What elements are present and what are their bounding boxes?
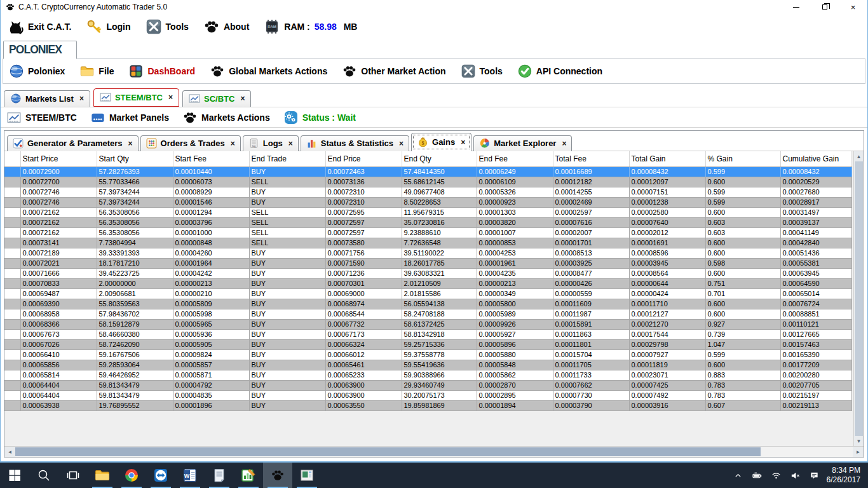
horizontal-scroll-track[interactable] bbox=[15, 447, 853, 457]
table-cell[interactable]: SELL bbox=[249, 207, 325, 217]
table-cell[interactable]: 56.35308056 bbox=[97, 207, 173, 217]
table-cell[interactable]: 0.00072746 bbox=[20, 187, 97, 197]
table-cell[interactable]: BUY bbox=[249, 258, 325, 268]
table-cell[interactable]: 0.00007730 bbox=[553, 390, 629, 400]
table-cell[interactable]: 0.600 bbox=[705, 177, 780, 187]
table-row[interactable]: 0.0007290057.282763930.00010440BUY0.0007… bbox=[4, 166, 852, 177]
table-cell[interactable]: 30.20075173 bbox=[402, 390, 477, 400]
table-row[interactable]: 0.0007216256.353080560.00001294SELL0.000… bbox=[4, 207, 852, 217]
table-row[interactable]: 0.0007216256.353080560.00001000SELL0.000… bbox=[4, 227, 852, 238]
table-cell[interactable]: 58.72462090 bbox=[97, 339, 173, 349]
table-cell[interactable]: 0.00000644 bbox=[629, 278, 705, 288]
table-cell[interactable]: 0.00008477 bbox=[553, 268, 629, 278]
table-cell[interactable]: 0.00064404 bbox=[20, 380, 97, 390]
vertical-scroll-track[interactable] bbox=[854, 161, 864, 436]
table-cell[interactable]: BUY bbox=[249, 268, 325, 278]
table-row[interactable]: 0.0007274657.397342440.00001546BUY0.0007… bbox=[4, 197, 852, 207]
table-cell[interactable]: 0.00004835 bbox=[173, 390, 249, 400]
table-cell[interactable]: 0.00064590 bbox=[780, 278, 852, 288]
table-cell[interactable]: 0.00002580 bbox=[629, 207, 705, 217]
table-cell[interactable]: 0.00006109 bbox=[477, 177, 553, 187]
table-cell[interactable]: 11.95679315 bbox=[402, 207, 477, 217]
table-cell[interactable]: 0.00011705 bbox=[553, 360, 629, 370]
table-cell[interactable]: 29.93460749 bbox=[402, 380, 477, 390]
table-cell[interactable]: 0.00067026 bbox=[20, 339, 97, 349]
table-cell[interactable]: 0.00065233 bbox=[325, 370, 402, 380]
table-cell[interactable]: 58.81342918 bbox=[402, 329, 477, 339]
table-cell[interactable]: 0.00000424 bbox=[629, 288, 705, 299]
table-cell[interactable]: BUY bbox=[249, 299, 325, 309]
table-cell[interactable]: 0.00072700 bbox=[20, 177, 97, 187]
table-cell[interactable]: 55.80359563 bbox=[97, 299, 173, 309]
column-header-start-fee[interactable]: Start Fee bbox=[173, 151, 249, 166]
scroll-left-icon[interactable]: ◄ bbox=[4, 447, 15, 457]
table-cell[interactable]: 0.00072021 bbox=[20, 258, 97, 268]
table-cell[interactable]: 0.00070301 bbox=[325, 278, 402, 288]
table-cell[interactable]: 0.00004242 bbox=[173, 268, 249, 278]
table-cell[interactable]: 0.00011609 bbox=[553, 299, 629, 309]
table-cell[interactable]: 0.00012127 bbox=[629, 309, 705, 319]
table-cell[interactable]: 0.00073580 bbox=[325, 238, 402, 248]
table-cell[interactable]: 0.00002007 bbox=[553, 227, 629, 238]
table-cell[interactable]: 0.00007927 bbox=[629, 349, 705, 360]
table-cell[interactable]: 0.00051436 bbox=[780, 248, 852, 258]
table-cell[interactable]: 0.00157463 bbox=[780, 339, 852, 349]
tab-poloniex[interactable]: POLONIEX bbox=[3, 41, 77, 59]
table-cell[interactable]: BUY bbox=[249, 370, 325, 380]
table-cell[interactable]: BUY bbox=[249, 319, 325, 329]
table-cell[interactable]: 0.00001546 bbox=[173, 197, 249, 207]
table-cell[interactable]: 0.00066012 bbox=[325, 349, 402, 360]
table-cell[interactable]: 0.00008596 bbox=[629, 248, 705, 258]
table-cell[interactable]: 0.00017544 bbox=[629, 329, 705, 339]
table-cell[interactable]: 0.00028917 bbox=[780, 197, 852, 207]
table-row[interactable]: 0.0006585659.285930640.00005857BUY0.0006… bbox=[4, 360, 852, 370]
table-cell[interactable]: 0.00002895 bbox=[477, 390, 553, 400]
table-cell[interactable]: 0.00003820 bbox=[477, 217, 553, 227]
table-cell[interactable]: 59.81343479 bbox=[97, 390, 173, 400]
table-cell[interactable]: SELL bbox=[249, 217, 325, 227]
close-tab-icon[interactable]: × bbox=[128, 139, 133, 148]
vertical-scroll-thumb[interactable] bbox=[855, 161, 863, 436]
table-cell[interactable]: 0.00003925 bbox=[553, 258, 629, 268]
table-cell[interactable]: SELL bbox=[249, 177, 325, 187]
table-cell[interactable]: 0.00072463 bbox=[325, 166, 402, 177]
tray-volume-muted[interactable] bbox=[787, 463, 804, 488]
close-tab-icon[interactable]: × bbox=[288, 139, 293, 148]
table-cell[interactable]: 0.739 bbox=[705, 329, 780, 339]
table-cell[interactable]: 39.51190022 bbox=[402, 248, 477, 258]
table-cell[interactable]: 0.00014255 bbox=[553, 187, 629, 197]
market-tab-markets-list[interactable]: Markets List× bbox=[4, 90, 90, 107]
table-cell[interactable]: 0.00072746 bbox=[20, 197, 97, 207]
row-header-corner[interactable] bbox=[4, 151, 20, 166]
table-cell[interactable]: 0.00001238 bbox=[629, 197, 705, 207]
table-cell[interactable]: 0.00015704 bbox=[553, 349, 629, 360]
tray-notifications[interactable] bbox=[806, 463, 823, 488]
table-cell[interactable]: 0.00007492 bbox=[629, 390, 705, 400]
horizontal-scrollbar[interactable]: ◄ ► bbox=[4, 446, 864, 457]
table-cell[interactable]: BUY bbox=[249, 390, 325, 400]
table-row[interactable]: 0.0006895857.984367020.00005998BUY0.0006… bbox=[4, 309, 852, 319]
table-cell[interactable]: 0.00002012 bbox=[629, 227, 705, 238]
table-cell[interactable]: 19.76895552 bbox=[97, 400, 173, 410]
table-cell[interactable]: 0.00064404 bbox=[20, 390, 97, 400]
table-cell[interactable]: 0.00001896 bbox=[173, 400, 249, 410]
table-cell[interactable]: 0.00005896 bbox=[477, 339, 553, 349]
table-cell[interactable]: 0.600 bbox=[705, 360, 780, 370]
table-cell[interactable]: 55.68612145 bbox=[402, 177, 477, 187]
table-cell[interactable]: 0.00165390 bbox=[780, 349, 852, 360]
table-row[interactable]: 0.0007218939.333913930.00004260BUY0.0007… bbox=[4, 248, 852, 258]
table-cell[interactable]: 0.00001701 bbox=[553, 238, 629, 248]
table-cell[interactable]: 0.00073141 bbox=[20, 238, 97, 248]
table-cell[interactable]: 0.599 bbox=[705, 166, 780, 177]
menu-about[interactable]: About bbox=[204, 19, 249, 34]
table-cell[interactable]: 0.00063945 bbox=[780, 268, 852, 278]
table-cell[interactable]: 57.48414350 bbox=[402, 166, 477, 177]
table-cell[interactable]: 0.00055381 bbox=[780, 258, 852, 268]
table-cell[interactable]: 0.00005848 bbox=[477, 360, 553, 370]
taskbar-chart-editor[interactable] bbox=[234, 463, 263, 488]
table-cell[interactable]: 59.25715336 bbox=[402, 339, 477, 349]
table-cell[interactable]: 0.00000210 bbox=[173, 288, 249, 299]
table-cell[interactable]: 0.00005936 bbox=[173, 329, 249, 339]
market-toolbar-market-panels[interactable]: Market Panels bbox=[91, 111, 169, 125]
taskbar-chrome[interactable] bbox=[117, 463, 146, 488]
